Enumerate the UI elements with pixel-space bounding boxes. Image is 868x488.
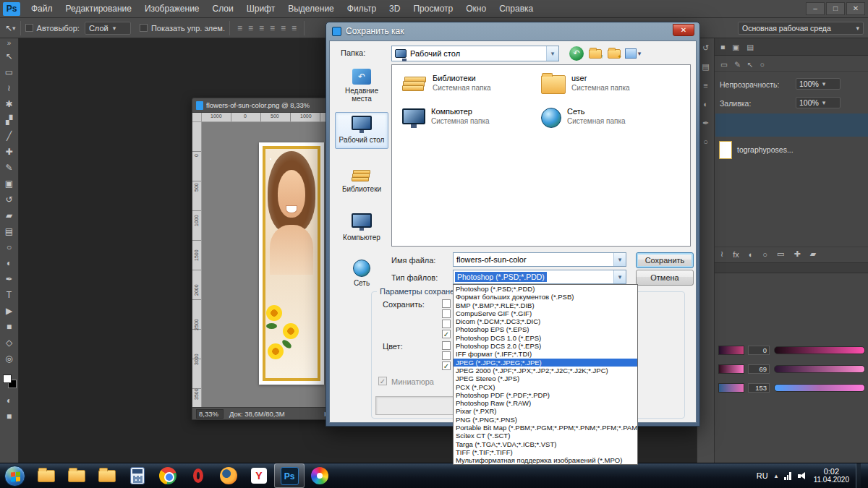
- close-button[interactable]: ✕: [846, 2, 865, 15]
- place-recent[interactable]: ↶ Недавние места: [335, 69, 388, 103]
- menu-help[interactable]: Справка: [493, 0, 540, 18]
- zoom-tool[interactable]: ◎: [0, 351, 18, 367]
- chevron-down-icon[interactable]: ▾: [546, 46, 558, 61]
- align-top-icon[interactable]: ≡: [270, 23, 275, 33]
- color-chip[interactable]: [718, 383, 744, 393]
- lock-icon[interactable]: ↖: [747, 60, 754, 69]
- format-option[interactable]: Photoshop EPS (*.EPS): [454, 325, 637, 333]
- layer-group-icon[interactable]: ▭: [777, 249, 784, 259]
- tool-preset-caret-icon[interactable]: ▾: [12, 25, 16, 32]
- align-bottom-icon[interactable]: ≡: [292, 23, 297, 33]
- autoselect-target-select[interactable]: Слой ▾: [85, 22, 131, 35]
- eyedropper-tool[interactable]: ╱: [0, 128, 18, 144]
- brush-tool[interactable]: ✎: [0, 160, 18, 176]
- view-menu-button[interactable]: ▾: [624, 46, 642, 61]
- menu-file[interactable]: Файл: [25, 0, 59, 18]
- start-button[interactable]: [4, 466, 25, 487]
- hand-tool[interactable]: ◇: [0, 335, 18, 351]
- save-button[interactable]: Сохранить: [636, 252, 694, 268]
- document-titlebar[interactable]: flowers-of-sun-color.png @ 8,33%: [192, 98, 333, 113]
- screen-mode-button[interactable]: ■: [0, 408, 18, 424]
- menu-image[interactable]: Изображение: [138, 0, 206, 18]
- chrome-button[interactable]: [153, 463, 183, 488]
- quick-mask-button[interactable]: ◐: [0, 393, 18, 408]
- save-option-checkbox[interactable]: [442, 309, 451, 318]
- menu-view[interactable]: Просмотр: [407, 0, 459, 18]
- opacity-value-field[interactable]: 100% ▾: [796, 78, 841, 90]
- current-tool-icon[interactable]: ↖: [5, 23, 12, 33]
- save-option-checkbox[interactable]: [442, 320, 451, 328]
- healing-brush-tool[interactable]: ✚: [0, 144, 18, 160]
- menu-layers[interactable]: Слои: [206, 0, 240, 18]
- fill-value-field[interactable]: 100% ▾: [796, 97, 841, 108]
- align-middle-icon[interactable]: ≡: [281, 23, 286, 33]
- type-tool[interactable]: T: [0, 287, 18, 303]
- color-value-field[interactable]: 69: [748, 364, 770, 374]
- restore-button[interactable]: □: [826, 2, 845, 15]
- panel-tab-icon[interactable]: ■: [720, 43, 725, 51]
- file-item-libraries[interactable]: Библиотеки Системная папка: [402, 74, 540, 106]
- paint-button[interactable]: [305, 463, 335, 488]
- document-window[interactable]: flowers-of-sun-color.png @ 8,33% 1000 0 …: [192, 98, 333, 420]
- up-one-level-button[interactable]: ↑: [587, 46, 604, 61]
- color-option-checkbox[interactable]: ✓: [442, 361, 451, 370]
- save-option-checkbox[interactable]: [442, 299, 451, 308]
- show-desktop-button[interactable]: [856, 463, 861, 488]
- save-option-checkbox[interactable]: ✓: [442, 330, 451, 338]
- format-option[interactable]: PNG (*.PNG;*.PNS): [454, 416, 637, 424]
- minimize-button[interactable]: –: [806, 2, 825, 15]
- filetype-combobox[interactable]: Photoshop (*.PSD;*.PDD) ▾: [453, 270, 626, 284]
- language-indicator[interactable]: RU: [757, 471, 768, 480]
- dialog-close-button[interactable]: ✕: [673, 24, 694, 36]
- new-layer-icon[interactable]: ✚: [793, 249, 800, 259]
- format-option[interactable]: PCX (*.PCX): [454, 383, 637, 391]
- pictures-folder-button[interactable]: [92, 463, 122, 488]
- menu-select[interactable]: Выделение: [281, 0, 341, 18]
- move-tool[interactable]: ↖: [0, 48, 18, 64]
- menu-filter[interactable]: Фильтр: [341, 0, 383, 18]
- format-option[interactable]: CompuServe GIF (*.GIF): [454, 309, 637, 317]
- lock-icon[interactable]: ▭: [720, 60, 728, 69]
- gradient-tool[interactable]: ▤: [0, 223, 18, 239]
- color-value-field[interactable]: 0: [748, 346, 770, 355]
- align-center-icon[interactable]: ≡: [248, 23, 253, 33]
- workspace-select[interactable]: Основная рабочая среда ▾: [738, 22, 864, 35]
- color-slider[interactable]: [774, 384, 865, 392]
- color-value-field[interactable]: 153: [748, 383, 770, 393]
- photoshop-button[interactable]: Ps: [274, 463, 305, 488]
- format-option[interactable]: Photoshop DCS 1.0 (*.EPS): [454, 334, 637, 342]
- place-desktop[interactable]: Рабочий стол: [335, 112, 388, 149]
- layer-mask-icon[interactable]: ◐: [749, 250, 754, 259]
- autoselect-checkbox[interactable]: [25, 24, 33, 32]
- align-right-icon[interactable]: ≡: [259, 23, 264, 33]
- history-brush-tool[interactable]: ↺: [0, 192, 18, 207]
- menu-type[interactable]: Шрифт: [240, 0, 281, 18]
- back-button[interactable]: ↶: [568, 46, 585, 61]
- color-option-checkbox[interactable]: [442, 351, 451, 360]
- file-item-computer[interactable]: Компьютер Системная папка: [402, 107, 540, 139]
- cancel-button[interactable]: Отмена: [636, 270, 694, 286]
- file-item-user[interactable]: user Системная папка: [541, 74, 678, 106]
- show-controls-checkbox[interactable]: [140, 24, 148, 32]
- crop-tool[interactable]: ▞: [0, 112, 18, 128]
- format-option[interactable]: Photoshop DCS 2.0 (*.EPS): [454, 342, 637, 350]
- delete-layer-icon[interactable]: ▰: [810, 249, 816, 259]
- clone-stamp-tool[interactable]: ▣: [0, 176, 18, 192]
- menu-window[interactable]: Окно: [459, 0, 493, 18]
- volume-tray-icon[interactable]: [798, 472, 807, 480]
- path-selection-tool[interactable]: ▶: [0, 303, 18, 319]
- new-folder-button[interactable]: ✦: [605, 46, 623, 61]
- marquee-tool[interactable]: ▭: [0, 64, 18, 80]
- color-chip[interactable]: [718, 364, 744, 374]
- menu-3d[interactable]: 3D: [383, 0, 407, 18]
- firefox-button[interactable]: [213, 463, 244, 488]
- dialog-titlebar[interactable]: Сохранить как: [326, 22, 699, 40]
- layer-name[interactable]: tographyposes...: [737, 145, 793, 154]
- color-slider[interactable]: [774, 365, 865, 373]
- color-option-checkbox[interactable]: [442, 341, 451, 350]
- format-option[interactable]: Photoshop Raw (*.RAW): [454, 399, 637, 407]
- format-option[interactable]: Pixar (*.PXR): [454, 407, 637, 415]
- opera-button[interactable]: [183, 463, 213, 488]
- format-option[interactable]: TIFF (*.TIF;*.TIFF): [454, 448, 637, 456]
- document-viewport[interactable]: [202, 122, 333, 407]
